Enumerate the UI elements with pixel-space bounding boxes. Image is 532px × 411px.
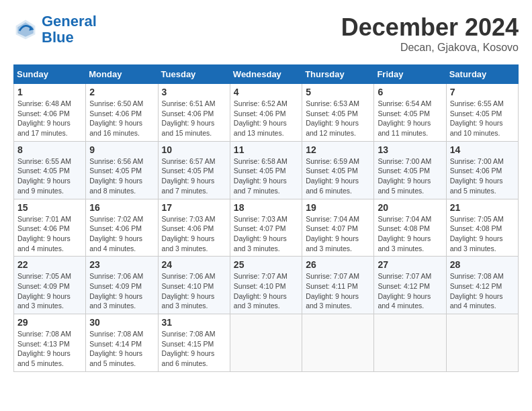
calendar-cell: 24 Sunrise: 7:06 AM Sunset: 4:10 PM Dayl…: [158, 257, 230, 314]
calendar-week-row: 8 Sunrise: 6:55 AM Sunset: 4:05 PM Dayli…: [14, 141, 519, 199]
day-info: Sunrise: 7:08 AM Sunset: 4:14 PM Dayligh…: [89, 329, 154, 369]
day-number: 31: [162, 317, 226, 328]
col-header-tuesday: Tuesday: [158, 65, 230, 84]
day-number: 30: [89, 317, 154, 328]
day-number: 19: [306, 202, 370, 213]
calendar-body: 1 Sunrise: 6:48 AM Sunset: 4:06 PM Dayli…: [14, 84, 519, 372]
day-info: Sunrise: 7:04 AM Sunset: 4:07 PM Dayligh…: [306, 214, 370, 254]
day-info: Sunrise: 6:57 AM Sunset: 4:05 PM Dayligh…: [162, 156, 226, 196]
day-info: Sunrise: 7:01 AM Sunset: 4:06 PM Dayligh…: [17, 214, 82, 254]
day-info: Sunrise: 7:04 AM Sunset: 4:08 PM Dayligh…: [378, 214, 442, 254]
day-number: 10: [162, 144, 226, 155]
page-header: General Blue December 2024 Decan, Gjakov…: [13, 13, 519, 54]
day-number: 3: [162, 87, 226, 97]
col-header-monday: Monday: [86, 65, 158, 84]
calendar-cell: 5 Sunrise: 6:53 AM Sunset: 4:05 PM Dayli…: [302, 84, 374, 142]
calendar-cell: 21 Sunrise: 7:05 AM Sunset: 4:08 PM Dayl…: [446, 199, 518, 257]
day-number: 24: [162, 259, 226, 270]
day-info: Sunrise: 7:06 AM Sunset: 4:10 PM Dayligh…: [162, 271, 226, 311]
logo-line1: General: [42, 13, 97, 30]
day-number: 1: [17, 87, 82, 97]
day-info: Sunrise: 7:05 AM Sunset: 4:08 PM Dayligh…: [450, 214, 515, 254]
day-info: Sunrise: 7:07 AM Sunset: 4:12 PM Dayligh…: [378, 271, 442, 311]
col-header-wednesday: Wednesday: [230, 65, 302, 84]
calendar-cell: [374, 314, 446, 372]
day-info: Sunrise: 7:08 AM Sunset: 4:13 PM Dayligh…: [17, 329, 82, 369]
calendar-cell: 28 Sunrise: 7:08 AM Sunset: 4:12 PM Dayl…: [446, 257, 518, 314]
calendar-cell: 26 Sunrise: 7:07 AM Sunset: 4:11 PM Dayl…: [302, 257, 374, 314]
day-number: 11: [234, 144, 298, 155]
day-info: Sunrise: 6:51 AM Sunset: 4:06 PM Dayligh…: [162, 99, 226, 138]
calendar-cell: 23 Sunrise: 7:06 AM Sunset: 4:09 PM Dayl…: [86, 257, 158, 314]
calendar-cell: 10 Sunrise: 6:57 AM Sunset: 4:05 PM Dayl…: [158, 141, 230, 199]
day-number: 27: [378, 259, 442, 270]
day-info: Sunrise: 7:03 AM Sunset: 4:07 PM Dayligh…: [234, 214, 298, 254]
logo-line2: Blue: [42, 29, 74, 46]
day-number: 13: [378, 144, 442, 155]
calendar-cell: 22 Sunrise: 7:05 AM Sunset: 4:09 PM Dayl…: [14, 257, 86, 314]
col-header-friday: Friday: [374, 65, 446, 84]
calendar-table: SundayMondayTuesdayWednesdayThursdayFrid…: [13, 64, 519, 372]
day-info: Sunrise: 7:07 AM Sunset: 4:11 PM Dayligh…: [306, 271, 370, 311]
calendar-cell: 17 Sunrise: 7:03 AM Sunset: 4:06 PM Dayl…: [158, 199, 230, 257]
calendar-cell: 12 Sunrise: 6:59 AM Sunset: 4:05 PM Dayl…: [302, 141, 374, 199]
col-header-sunday: Sunday: [14, 65, 86, 84]
logo-icon: [13, 17, 38, 42]
calendar-cell: 8 Sunrise: 6:55 AM Sunset: 4:05 PM Dayli…: [14, 141, 86, 199]
day-number: 6: [378, 87, 442, 97]
calendar-cell: 19 Sunrise: 7:04 AM Sunset: 4:07 PM Dayl…: [302, 199, 374, 257]
day-number: 15: [17, 202, 82, 213]
month-title: December 2024: [341, 13, 519, 42]
calendar-cell: 15 Sunrise: 7:01 AM Sunset: 4:06 PM Dayl…: [14, 199, 86, 257]
logo-text: General Blue: [42, 13, 97, 46]
logo: General Blue: [13, 13, 97, 46]
calendar-cell: 13 Sunrise: 7:00 AM Sunset: 4:05 PM Dayl…: [374, 141, 446, 199]
calendar-cell: 1 Sunrise: 6:48 AM Sunset: 4:06 PM Dayli…: [14, 84, 86, 142]
day-info: Sunrise: 6:59 AM Sunset: 4:05 PM Dayligh…: [306, 156, 370, 196]
day-info: Sunrise: 7:07 AM Sunset: 4:10 PM Dayligh…: [234, 271, 298, 311]
calendar-cell: 20 Sunrise: 7:04 AM Sunset: 4:08 PM Dayl…: [374, 199, 446, 257]
calendar-cell: [446, 314, 518, 372]
day-info: Sunrise: 7:00 AM Sunset: 4:06 PM Dayligh…: [450, 156, 515, 196]
calendar-cell: 6 Sunrise: 6:54 AM Sunset: 4:05 PM Dayli…: [374, 84, 446, 142]
calendar-week-row: 15 Sunrise: 7:01 AM Sunset: 4:06 PM Dayl…: [14, 199, 519, 257]
day-info: Sunrise: 7:06 AM Sunset: 4:09 PM Dayligh…: [89, 271, 154, 311]
day-number: 20: [378, 202, 442, 213]
calendar-cell: 18 Sunrise: 7:03 AM Sunset: 4:07 PM Dayl…: [230, 199, 302, 257]
day-number: 4: [234, 87, 298, 97]
day-info: Sunrise: 7:08 AM Sunset: 4:12 PM Dayligh…: [450, 271, 515, 311]
day-info: Sunrise: 6:55 AM Sunset: 4:05 PM Dayligh…: [450, 99, 515, 138]
calendar-week-row: 1 Sunrise: 6:48 AM Sunset: 4:06 PM Dayli…: [14, 84, 519, 142]
day-number: 7: [450, 87, 515, 97]
day-number: 23: [89, 259, 154, 270]
col-header-thursday: Thursday: [302, 65, 374, 84]
calendar-week-row: 22 Sunrise: 7:05 AM Sunset: 4:09 PM Dayl…: [14, 257, 519, 314]
title-block: December 2024 Decan, Gjakova, Kosovo: [341, 13, 519, 54]
calendar-cell: [302, 314, 374, 372]
calendar-cell: 31 Sunrise: 7:08 AM Sunset: 4:15 PM Dayl…: [158, 314, 230, 372]
day-info: Sunrise: 6:53 AM Sunset: 4:05 PM Dayligh…: [306, 99, 370, 138]
day-number: 17: [162, 202, 226, 213]
calendar-cell: 30 Sunrise: 7:08 AM Sunset: 4:14 PM Dayl…: [86, 314, 158, 372]
day-info: Sunrise: 7:02 AM Sunset: 4:06 PM Dayligh…: [89, 214, 154, 254]
day-number: 14: [450, 144, 515, 155]
calendar-cell: 11 Sunrise: 6:58 AM Sunset: 4:05 PM Dayl…: [230, 141, 302, 199]
day-info: Sunrise: 6:52 AM Sunset: 4:06 PM Dayligh…: [234, 99, 298, 138]
calendar-cell: 16 Sunrise: 7:02 AM Sunset: 4:06 PM Dayl…: [86, 199, 158, 257]
day-number: 12: [306, 144, 370, 155]
day-number: 18: [234, 202, 298, 213]
day-number: 29: [17, 317, 82, 328]
day-info: Sunrise: 6:58 AM Sunset: 4:05 PM Dayligh…: [234, 156, 298, 196]
calendar-cell: 9 Sunrise: 6:56 AM Sunset: 4:05 PM Dayli…: [86, 141, 158, 199]
day-info: Sunrise: 6:50 AM Sunset: 4:06 PM Dayligh…: [89, 99, 154, 138]
day-info: Sunrise: 6:48 AM Sunset: 4:06 PM Dayligh…: [17, 99, 82, 138]
calendar-cell: 29 Sunrise: 7:08 AM Sunset: 4:13 PM Dayl…: [14, 314, 86, 372]
day-info: Sunrise: 6:54 AM Sunset: 4:05 PM Dayligh…: [378, 99, 442, 138]
calendar-cell: 2 Sunrise: 6:50 AM Sunset: 4:06 PM Dayli…: [86, 84, 158, 142]
calendar-cell: 4 Sunrise: 6:52 AM Sunset: 4:06 PM Dayli…: [230, 84, 302, 142]
calendar-cell: 3 Sunrise: 6:51 AM Sunset: 4:06 PM Dayli…: [158, 84, 230, 142]
calendar-cell: 25 Sunrise: 7:07 AM Sunset: 4:10 PM Dayl…: [230, 257, 302, 314]
day-number: 22: [17, 259, 82, 270]
calendar-cell: 7 Sunrise: 6:55 AM Sunset: 4:05 PM Dayli…: [446, 84, 518, 142]
day-number: 28: [450, 259, 515, 270]
